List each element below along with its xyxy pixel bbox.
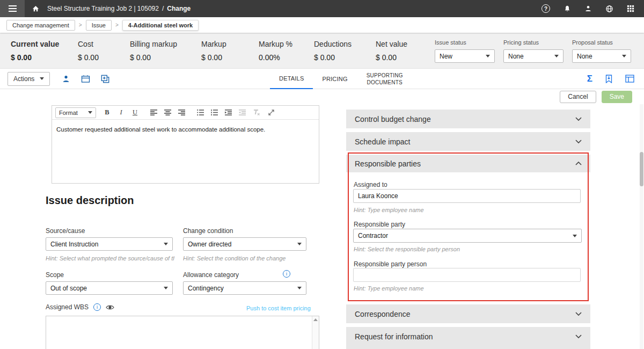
- expand-editor-icon[interactable]: [265, 107, 277, 118]
- topbar-actions: ?: [541, 4, 634, 13]
- metric-label: Markup: [201, 40, 226, 48]
- chevron-down-icon: [164, 243, 168, 245]
- status-label: Pricing status: [503, 39, 564, 46]
- breadcrumb-issue[interactable]: Issue: [86, 20, 112, 31]
- snapshot-frame-icon[interactable]: [81, 75, 90, 83]
- allowance-category-label: Allowance category: [183, 271, 239, 279]
- status-value: None: [508, 53, 524, 60]
- allowance-category-dropdown[interactable]: Contingency: [183, 281, 306, 295]
- source-cause-label: Source/cause: [46, 227, 85, 235]
- sigma-totals-icon[interactable]: Σ: [587, 74, 592, 84]
- panel-title: Correspondence: [355, 310, 411, 318]
- panel-partial-next[interactable]: [346, 346, 590, 349]
- numbered-list-icon[interactable]: [208, 107, 221, 118]
- issue-description-text[interactable]: Customer requested additional steel work…: [52, 120, 319, 139]
- metric-cost: Cost $ 0.00: [78, 40, 99, 62]
- assigned-wbs-textarea[interactable]: [46, 316, 319, 349]
- change-condition-dropdown[interactable]: Owner directed: [183, 237, 306, 251]
- copy-add-icon[interactable]: [101, 75, 109, 83]
- hamburger-menu-icon[interactable]: [0, 0, 25, 17]
- globe-icon[interactable]: [605, 5, 613, 13]
- issue-description-heading: Issue description: [46, 194, 134, 207]
- responsible-party-person-label: Responsible party person: [354, 260, 427, 268]
- source-cause-value: Client Instruction: [50, 241, 98, 248]
- chevron-down-icon: [622, 55, 626, 57]
- align-center-icon[interactable]: [162, 107, 174, 118]
- bullet-list-icon[interactable]: [194, 107, 207, 118]
- breadcrumb: Change management > Issue > 4-Additional…: [0, 17, 644, 33]
- bookmark-import-icon[interactable]: [605, 75, 612, 83]
- panel-title: Request for information: [355, 332, 433, 341]
- chevron-down-icon: [575, 117, 582, 121]
- editor-toolbar: Format B I U: [52, 106, 319, 120]
- change-condition-hint: Hint: Select the condition of the change: [183, 255, 309, 261]
- responsible-party-dropdown[interactable]: Contractor: [353, 229, 582, 243]
- tab-supporting-documents[interactable]: SUPPORTING DOCUMENTS: [357, 69, 413, 89]
- push-to-cost-item-pricing-link[interactable]: Push to cost item pricing: [246, 305, 311, 311]
- forms-table-icon[interactable]: [625, 75, 634, 83]
- indent-increase-icon[interactable]: [222, 107, 235, 118]
- panel-request-for-information[interactable]: Request for information: [346, 327, 590, 346]
- panel-schedule-impact[interactable]: Schedule impact: [346, 132, 590, 151]
- chevron-down-icon: [40, 77, 44, 80]
- main-content: Format B I U: [0, 104, 644, 349]
- allowance-category-value: Contingency: [188, 285, 224, 292]
- panel-responsible-parties[interactable]: Responsible parties: [346, 155, 590, 172]
- assigned-wbs-info-icon[interactable]: i: [93, 303, 101, 311]
- format-dropdown[interactable]: Format: [55, 107, 96, 118]
- scrollbar-thumb[interactable]: [640, 152, 643, 186]
- right-panel-column: Control budget change Schedule impact Re…: [346, 104, 590, 349]
- tab-pricing[interactable]: PRICING: [313, 69, 356, 89]
- breadcrumb-current-issue-tab[interactable]: 4-Additional steel work: [122, 20, 199, 31]
- notifications-bell-icon[interactable]: [564, 5, 571, 13]
- home-icon[interactable]: [32, 5, 40, 13]
- responsible-parties-body: Assigned to Hint: Type employee name Res…: [346, 172, 590, 301]
- apps-grid-icon[interactable]: [627, 5, 634, 12]
- tab-details[interactable]: DETAILS: [270, 69, 313, 89]
- proposal-status-dropdown[interactable]: None: [572, 49, 631, 63]
- form-action-row: Cancel Save: [0, 89, 644, 104]
- chevron-down-icon: [297, 243, 302, 245]
- allowance-info-icon[interactable]: i: [283, 270, 290, 278]
- source-cause-hint: Hint: Select what prompted the source/ca…: [46, 255, 174, 261]
- actions-dropdown-button[interactable]: Actions: [8, 72, 50, 86]
- metric-label: Billing markup: [130, 40, 177, 48]
- align-left-icon[interactable]: [148, 107, 160, 118]
- detail-tabs: DETAILS PRICING SUPPORTING DOCUMENTS: [270, 69, 413, 89]
- assign-person-icon[interactable]: [62, 75, 70, 83]
- rich-text-editor[interactable]: Format B I U: [52, 105, 319, 184]
- assigned-to-input[interactable]: [353, 189, 581, 203]
- align-right-icon[interactable]: [175, 107, 188, 118]
- chevron-down-icon: [554, 55, 559, 57]
- italic-icon[interactable]: I: [115, 107, 127, 118]
- issue-status-dropdown[interactable]: New: [435, 49, 495, 63]
- panel-correspondence[interactable]: Correspondence: [346, 304, 590, 323]
- title-separator: /: [162, 5, 164, 12]
- metric-value: 0.00%: [259, 53, 292, 62]
- change-condition-value: Owner directed: [188, 241, 231, 248]
- page-scrollbar[interactable]: [640, 104, 643, 349]
- scope-dropdown[interactable]: Out of scope: [46, 281, 173, 295]
- clear-format-icon[interactable]: [250, 107, 262, 118]
- save-button[interactable]: Save: [602, 91, 632, 103]
- panel-control-budget-change[interactable]: Control budget change: [346, 110, 590, 128]
- breadcrumb-separator: >: [79, 22, 82, 28]
- help-icon[interactable]: ?: [541, 4, 550, 13]
- metric-label: Markup %: [259, 40, 292, 48]
- chevron-down-icon: [575, 312, 582, 316]
- underline-icon[interactable]: U: [129, 107, 141, 118]
- cancel-button[interactable]: Cancel: [560, 91, 596, 103]
- responsible-party-person-input[interactable]: [353, 268, 581, 282]
- scroll-up-arrow-icon[interactable]: [313, 318, 318, 321]
- indent-decrease-icon[interactable]: [236, 107, 248, 118]
- chevron-down-icon: [486, 55, 490, 57]
- pricing-status-dropdown[interactable]: None: [503, 49, 564, 63]
- eye-icon[interactable]: [106, 304, 114, 310]
- metric-markup: Markup $ 0.00: [201, 40, 226, 62]
- bold-icon[interactable]: B: [101, 107, 113, 118]
- profile-icon[interactable]: [584, 5, 592, 12]
- source-cause-dropdown[interactable]: Client Instruction: [46, 237, 173, 251]
- textarea-scrollbar[interactable]: [312, 316, 319, 349]
- breadcrumb-separator: >: [115, 22, 119, 28]
- breadcrumb-change-management[interactable]: Change management: [6, 20, 75, 31]
